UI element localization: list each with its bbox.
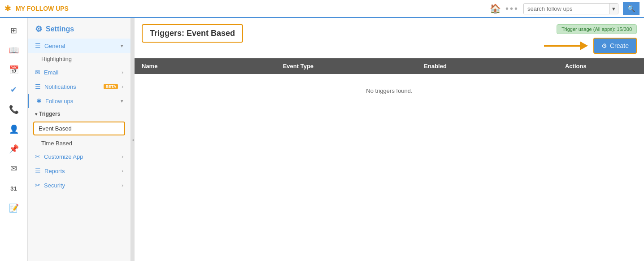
search-container: ▾ (523, 3, 618, 14)
beta-badge: BETA (104, 84, 118, 89)
sidebar-item-time-based[interactable]: Time Based (28, 137, 131, 149)
sidebar-item-general[interactable]: ☰ General ▾ (28, 39, 131, 53)
followups-icon: ✱ (36, 97, 42, 104)
sidebar-item-security[interactable]: ✂ Security › (28, 178, 131, 192)
triggers-section: ▾ Triggers (28, 108, 131, 120)
sidebar-sub-highlighting[interactable]: Highlighting (28, 53, 131, 65)
arrow-line (544, 45, 580, 47)
rail-cal31-icon[interactable]: 31 (4, 179, 23, 197)
create-button[interactable]: ⚙ Create (593, 38, 637, 54)
security-icon: ✂ (35, 182, 40, 189)
sidebar-item-customize[interactable]: ✂ Customize App › (28, 149, 131, 164)
chevron-right-icon-notif: › (122, 84, 123, 89)
sidebar-notifications-label: Notifications (44, 83, 98, 90)
sidebar: ⚙ Settings ☰ General ▾ Highlighting ✉ Em… (28, 18, 131, 261)
sidebar-general-label: General (44, 43, 117, 49)
search-go-button[interactable]: 🔍 (623, 2, 640, 15)
search-dropdown-button[interactable]: ▾ (609, 4, 618, 14)
reports-icon: ☰ (35, 167, 41, 174)
col-enabled: Enabled (424, 63, 565, 70)
sidebar-customize-label: Customize App (44, 153, 118, 160)
notifications-icon: ☰ (35, 83, 41, 90)
page-title: Triggers: Event Based (142, 24, 243, 43)
orange-arrow (544, 41, 588, 50)
home-icon[interactable]: 🏠 (490, 3, 501, 14)
rail-book-icon[interactable]: 📖 (4, 41, 23, 59)
rail-grid-icon[interactable]: ⊞ (4, 22, 23, 39)
toolbar-right: Trigger usage (All apps): 15/300 ⚙ Creat… (544, 24, 637, 54)
sidebar-header-label: Settings (46, 25, 74, 33)
table-header: Name Event Type Enabled Actions (135, 58, 644, 74)
sidebar-item-event-based[interactable]: Event Based (33, 122, 125, 135)
sidebar-reports-label: Reports (44, 168, 118, 174)
rail-mail-icon[interactable]: ✉ (4, 160, 23, 178)
content-toolbar: Triggers: Event Based Trigger usage (All… (135, 18, 644, 58)
rail-check-icon[interactable]: ✔ (4, 81, 23, 99)
email-icon: ✉ (35, 69, 40, 76)
triggers-label-text: Triggers (39, 111, 60, 117)
search-input[interactable] (524, 4, 609, 14)
chevron-right-icon: › (122, 70, 123, 75)
arrow-head (580, 41, 588, 50)
col-actions: Actions (565, 63, 637, 70)
rail-contact-icon[interactable]: 👤 (4, 120, 23, 138)
more-options-icon[interactable]: ••• (505, 4, 519, 14)
sidebar-item-email[interactable]: ✉ Email › (28, 65, 131, 79)
sidebar-resize-handle[interactable]: ◂ (131, 18, 135, 261)
topbar-logo-icon: ✱ (4, 4, 11, 13)
rail-calendar-icon[interactable]: 📅 (4, 61, 23, 79)
sidebar-item-reports[interactable]: ☰ Reports › (28, 164, 131, 178)
triggers-chevron-icon: ▾ (35, 112, 37, 117)
icon-rail: ⊞ 📖 📅 ✔ 📞 👤 📌 ✉ 31 📝 (0, 18, 28, 261)
sidebar-header: ⚙ Settings (28, 18, 131, 39)
chevron-right-icon-customize: › (122, 154, 123, 159)
col-name: Name (142, 63, 283, 70)
content-area: Triggers: Event Based Trigger usage (All… (135, 18, 644, 261)
customize-icon: ✂ (35, 153, 40, 160)
trigger-usage-badge: Trigger usage (All apps): 15/300 (557, 24, 637, 34)
gear-icon: ⚙ (35, 24, 42, 34)
sidebar-followups-label: Follow ups (45, 98, 117, 104)
chevron-right-icon-security: › (122, 183, 123, 188)
sidebar-security-label: Security (44, 182, 118, 189)
sidebar-item-notifications[interactable]: ☰ Notifications BETA › (28, 79, 131, 94)
chevron-down-icon-followups: ▾ (121, 98, 123, 104)
table-empty-message: No triggers found. (135, 74, 644, 108)
create-button-label: Create (610, 42, 629, 49)
col-event-type: Event Type (283, 63, 424, 70)
rail-note-icon[interactable]: 📝 (4, 199, 23, 217)
chevron-right-icon-reports: › (122, 168, 123, 174)
create-btn-container: ⚙ Create (544, 38, 637, 54)
sidebar-item-followups[interactable]: ✱ Follow ups ▾ (28, 94, 131, 108)
create-gear-icon: ⚙ (601, 42, 607, 49)
rail-phone-icon[interactable]: 📞 (4, 100, 23, 118)
topbar: ✱ MY FOLLOW UPS 🏠 ••• ▾ 🔍 (0, 0, 644, 18)
rail-pin-icon[interactable]: 📌 (4, 140, 23, 158)
topbar-title: MY FOLLOW UPS (16, 5, 69, 12)
general-icon: ☰ (35, 42, 41, 49)
chevron-down-icon: ▾ (121, 43, 123, 49)
main-layout: ⊞ 📖 📅 ✔ 📞 👤 📌 ✉ 31 📝 ⚙ Settings ☰ Genera… (0, 18, 644, 261)
sidebar-email-label: Email (44, 69, 118, 76)
